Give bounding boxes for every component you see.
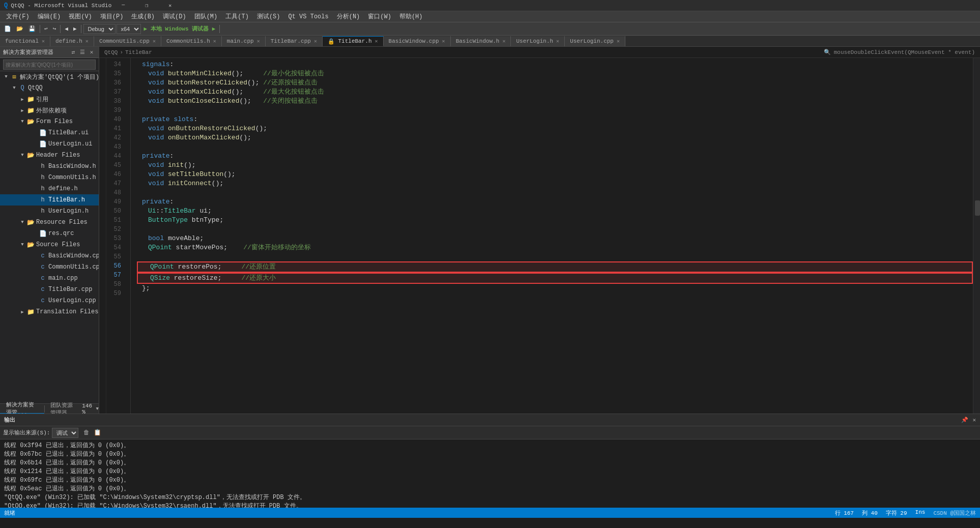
sidebar-item-commonutils-h[interactable]: h CommonUtils.h <box>0 172 99 183</box>
h-file-icon: h <box>39 185 47 192</box>
minimize-button[interactable]: ─ <box>111 0 135 11</box>
tab-basicwindow-cpp[interactable]: BasicWindow.cpp✕ <box>384 36 451 46</box>
sidebar-item-titlebar-cpp[interactable]: c TitleBar.cpp <box>0 284 99 295</box>
status-insert-mode[interactable]: Ins <box>915 509 926 517</box>
toolbar-redo[interactable]: ↪ <box>51 23 59 35</box>
solution-icon: ⊞ <box>10 73 18 81</box>
tab-close-userlogin-h[interactable]: ✕ <box>556 38 559 44</box>
tab-commonutils-h[interactable]: CommonUtils.h✕ <box>161 36 222 46</box>
sidebar-item-commonutils-cpp[interactable]: c CommonUtils.cpp <box>0 261 99 273</box>
sidebar-item-external[interactable]: ▶ 📁 外部依赖项 <box>0 105 99 116</box>
platform-selector[interactable]: x64 <box>117 24 141 34</box>
output-clear-icon[interactable]: 🗑 <box>83 429 90 436</box>
status-chars[interactable]: 字符 29 <box>886 509 907 517</box>
code-content[interactable]: signals: void buttonMinClicked(); //最小化按… <box>131 58 973 414</box>
sidebar-item-userlogin-cpp[interactable]: c UserLogin.cpp <box>0 295 99 306</box>
output-header: 输出 📌 ✕ <box>0 414 980 426</box>
tab-close-define-h[interactable]: ✕ <box>85 38 89 44</box>
menu-qtvs[interactable]: Qt VS Tools <box>284 12 332 21</box>
sidebar-item-userlogin-h[interactable]: h UserLogin.h <box>0 206 99 217</box>
menu-edit[interactable]: 编辑(E) <box>34 11 65 22</box>
code-line-48 <box>136 188 973 197</box>
sidebar-sync-icon[interactable]: ⇄ <box>69 49 77 55</box>
tab-close-userlogin-cpp[interactable]: ✕ <box>617 38 620 44</box>
sidebar-item-refs[interactable]: ▶ 📁 引用 <box>0 94 99 105</box>
tab-userlogin-cpp[interactable]: UserLogin.cpp✕ <box>565 36 625 46</box>
sidebar-item-solution[interactable]: ▼ ⊞ 解决方案'QtQQ'(1 个项目) <box>0 71 99 82</box>
menu-build[interactable]: 生成(B) <box>127 11 159 22</box>
run-button[interactable]: ▶ 本地 Windows 调试器 ▶ <box>142 23 218 35</box>
tab-commonutils-cpp[interactable]: CommonUtils.cpp✕ <box>94 36 161 46</box>
tab-functional[interactable]: functional✕ <box>0 36 50 46</box>
menu-debug[interactable]: 调试(D) <box>159 11 190 22</box>
sidebar-item-userlogin-ui[interactable]: 📄 UserLogin.ui <box>0 138 99 150</box>
toolbar-save[interactable]: 💾 <box>26 23 38 35</box>
sidebar-item-sourcefiles[interactable]: ▼ 📂 Source Files <box>0 239 99 250</box>
tab-titlebar-cpp[interactable]: TitleBar.cpp✕ <box>266 36 323 46</box>
sidebar-item-titlebar-ui[interactable]: 📄 TitleBar.ui <box>0 127 99 138</box>
tab-userlogin-h[interactable]: UserLogin.h✕ <box>511 36 565 46</box>
restore-button[interactable]: ❐ <box>135 0 158 11</box>
sidebar-bottom-tab-team[interactable]: 团队资源管理器 <box>44 404 82 414</box>
output-pin-icon[interactable]: 📌 <box>961 417 968 423</box>
sidebar-bottom-tab-solution[interactable]: 解决方案资源管... <box>0 404 44 414</box>
toolbar-forward[interactable]: ▶ <box>71 23 79 35</box>
sidebar-filter-icon[interactable]: ☰ <box>78 49 87 55</box>
sidebar-item-translationfiles[interactable]: ▶ 📁 Translation Files <box>0 306 99 317</box>
toolbar-back[interactable]: ◀ <box>63 23 70 35</box>
zoom-dropdown-icon[interactable]: ▼ <box>96 406 99 412</box>
menu-tools[interactable]: 工具(T) <box>221 11 253 22</box>
tab-define-h[interactable]: define.h✕ <box>50 36 94 46</box>
menu-project[interactable]: 项目(P) <box>96 11 128 22</box>
sidebar-item-titlebar-h[interactable]: h TitleBar.h <box>0 194 99 206</box>
menu-view[interactable]: 视图(V) <box>65 11 96 22</box>
menu-file[interactable]: 文件(F) <box>2 11 34 22</box>
output-source-selector[interactable]: 调试 <box>52 428 78 438</box>
menu-help[interactable]: 帮助(H) <box>395 11 427 22</box>
spacer <box>31 175 39 180</box>
sidebar-search-input[interactable] <box>3 60 96 70</box>
sidebar-item-define-h[interactable]: h define.h <box>0 183 99 194</box>
status-row[interactable]: 行 167 <box>835 509 854 517</box>
debug-config-selector[interactable]: Debug <box>83 24 116 34</box>
menu-window[interactable]: 窗口(W) <box>364 11 395 22</box>
sidebar-item-basicwindow-cpp[interactable]: c BasicWindow.cpp <box>0 250 99 261</box>
tab-close-main-cpp[interactable]: ✕ <box>257 38 260 44</box>
close-button[interactable]: ✕ <box>158 0 182 11</box>
sidebar-item-main-cpp[interactable]: c main.cpp <box>0 273 99 284</box>
output-content[interactable]: 线程 0x3f94 已退出，返回值为 0 (0x0)。 线程 0x67bc 已退… <box>0 439 980 508</box>
tab-close-titlebar-h[interactable]: ✕ <box>375 38 378 44</box>
menu-team[interactable]: 团队(M) <box>190 11 222 22</box>
tab-titlebar-h[interactable]: 🔒 TitleBar.h✕ <box>323 36 384 46</box>
output-close-icon[interactable]: ✕ <box>972 417 976 423</box>
sidebar-item-basicwindow-h[interactable]: h BasicWindow.h <box>0 161 99 172</box>
spacer <box>31 164 39 169</box>
tab-basicwindow-h[interactable]: BasicWindow.h✕ <box>451 36 511 46</box>
toolbar-undo[interactable]: ↩ <box>42 23 50 35</box>
right-scrollbar[interactable] <box>973 58 980 414</box>
tab-close-functional[interactable]: ✕ <box>42 38 45 44</box>
output-panel-title: 输出 <box>4 416 15 424</box>
sidebar-close-icon[interactable]: ✕ <box>88 49 96 55</box>
code-line-57: QSize restoreSize; //还原大小 <box>137 273 973 284</box>
sidebar-item-res-qrc[interactable]: 📄 res.qrc <box>0 228 99 239</box>
menu-analyze[interactable]: 分析(N) <box>333 11 364 22</box>
app-icon: Q <box>4 2 8 9</box>
sidebar-item-qtqq[interactable]: ▼ Q QtQQ <box>0 82 99 94</box>
tab-close-commonutils-h[interactable]: ✕ <box>213 38 216 44</box>
output-copy-icon[interactable]: 📋 <box>94 429 101 436</box>
toolbar-new[interactable]: 📄 <box>2 23 13 35</box>
tab-main-cpp[interactable]: main.cpp✕ <box>222 36 266 46</box>
menu-test[interactable]: 测试(S) <box>253 11 284 22</box>
status-ready[interactable]: 就绪 <box>4 509 15 517</box>
tab-close-basicwindow-cpp[interactable]: ✕ <box>442 38 445 44</box>
tab-close-commonutils-cpp[interactable]: ✕ <box>153 38 156 44</box>
sidebar-item-headerfiles[interactable]: ▼ 📂 Header Files <box>0 150 99 161</box>
spacer <box>31 253 39 258</box>
sidebar-item-formfiles[interactable]: ▼ 📂 Form Files <box>0 116 99 127</box>
toolbar-open[interactable]: 📂 <box>14 23 25 35</box>
sidebar-item-resourcefiles[interactable]: ▼ 📂 Resource Files <box>0 217 99 228</box>
tab-close-titlebar-cpp[interactable]: ✕ <box>314 38 317 44</box>
status-col[interactable]: 列 40 <box>862 509 878 517</box>
tab-close-basicwindow-h[interactable]: ✕ <box>502 38 505 44</box>
